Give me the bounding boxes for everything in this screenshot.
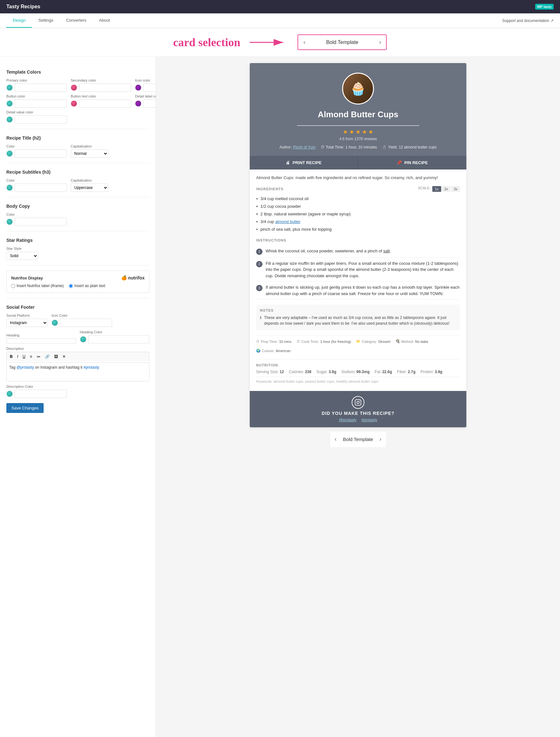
button-text-color-field[interactable] <box>79 99 131 108</box>
cuisine-meta: 🌍 Cuisine: American <box>256 349 291 353</box>
icon-color-picker[interactable] <box>135 84 141 91</box>
description-color-field[interactable] <box>15 390 67 398</box>
bottom-prev-button[interactable]: ‹ <box>335 436 337 443</box>
nutrifox-plaintext-option[interactable]: Insert as plain text <box>69 284 105 288</box>
recipe-card: Almond Butter Cups ★ ★ ★ ★ ★ 4.6 from 13… <box>250 63 466 427</box>
recipe-subtitle-cap-select[interactable]: Uppercase Normal Lowercase <box>71 184 108 192</box>
rte-clear-btn[interactable]: ✕ <box>61 353 68 360</box>
detail-value-color-picker[interactable] <box>6 116 13 123</box>
recipe-title-color-group: Color <box>6 144 67 158</box>
app-title: Tasty Recipes <box>6 4 40 10</box>
star-3: ★ <box>355 128 361 135</box>
recipe-subtitle-color-picker[interactable] <box>6 184 13 191</box>
social-tag-link[interactable]: @protasty <box>339 418 356 422</box>
recipe-title-section: Recipe Title (h2) <box>6 135 149 141</box>
social-platform-select[interactable]: Instagram Facebook Twitter Pinterest <box>6 319 48 327</box>
cuisine-icon: 🌍 <box>256 349 261 353</box>
instagram-hashtag-link[interactable]: #protasty <box>83 365 99 370</box>
save-changes-button[interactable]: Save Changes <box>6 403 44 413</box>
secondary-color-field[interactable] <box>79 83 131 92</box>
rte-link-btn[interactable]: 🔗 <box>43 353 52 360</box>
nutrifox-title: Nutrifox Display <box>11 276 43 280</box>
list-item: 1/2 cup cocoa powder <box>256 203 460 210</box>
nutrifox-iframe-option[interactable]: Insert Nutrifox label (iframe) <box>11 284 64 288</box>
support-link[interactable]: Support and documentation ↗ <box>502 18 554 23</box>
description-color-label: Description Color <box>6 385 57 388</box>
social-icon-color-field[interactable] <box>60 319 112 327</box>
nutrifox-logo: 🍊 nutrifox <box>121 275 145 280</box>
rte-ul-btn[interactable]: ≔ <box>35 353 42 360</box>
tab-about[interactable]: About <box>93 13 116 28</box>
description-color-picker[interactable] <box>6 391 13 397</box>
detail-label-color-picker[interactable] <box>135 100 141 107</box>
instructions-list: 1 Whisk the coconut oil, cocoa powder, s… <box>256 245 460 300</box>
instagram-tag-link[interactable]: @protasty <box>17 365 34 370</box>
social-heading-color-field[interactable] <box>88 335 150 343</box>
scale-3x-btn[interactable]: 3x <box>451 186 460 192</box>
print-recipe-button[interactable]: 🖨 PRINT RECIPE <box>250 156 358 170</box>
nutrifox-iframe-radio[interactable] <box>11 284 15 288</box>
action-buttons: 🖨 PRINT RECIPE 📌 PIN RECIPE <box>250 156 466 170</box>
social-description-field[interactable]: Tag @protasty on Instagram and hashtag i… <box>6 362 149 381</box>
rte-underline-btn[interactable]: U <box>21 353 27 360</box>
list-item: 2 Fill a regular size muffin tin with pa… <box>256 258 460 282</box>
nutrition-section: NUTRITION Serving Size: 12 Calories: 238… <box>256 359 460 374</box>
ingredients-list: 3/4 cup melted coconut oil 1/2 cup cocoa… <box>256 195 460 233</box>
author-link[interactable]: Pinch of Yum <box>293 145 316 149</box>
recipe-subtitle-color-group: Color <box>6 178 67 192</box>
recipe-description: Almond Butter Cups: made with five ingre… <box>256 175 460 181</box>
social-heading-display: DID YOU MAKE THIS RECIPE? <box>322 411 395 416</box>
star-style-select[interactable]: Solid Outline <box>6 252 38 260</box>
scale-1x-btn[interactable]: 1x <box>432 186 441 192</box>
button-text-color-label: Button text color <box>71 94 131 98</box>
main-container: Template Colors Primary color Secondary … <box>0 57 560 737</box>
recipe-meta: Author: Pinch of Yum ⏱ Total Time: 1 hou… <box>279 145 436 149</box>
ingredients-label: INGREDIENTS <box>256 187 284 191</box>
social-heading-field[interactable]: Did you make this recipe? <box>6 338 76 343</box>
detail-label-color-field[interactable] <box>143 99 156 108</box>
rte-italic-btn[interactable]: I <box>15 353 20 360</box>
card-selection-label: card selection <box>173 36 241 49</box>
rte-ol-btn[interactable]: ≡ <box>28 353 34 360</box>
social-icon-color-picker[interactable] <box>52 320 58 326</box>
bottom-next-button[interactable]: › <box>379 436 381 443</box>
recipe-title-cap-select[interactable]: Normal Uppercase Lowercase <box>71 149 108 158</box>
tab-design[interactable]: Design <box>6 13 32 28</box>
secondary-color-picker[interactable] <box>71 84 77 91</box>
star-style-label: Star Style <box>6 247 38 250</box>
button-color-picker[interactable] <box>6 100 13 107</box>
rte-img-btn[interactable]: 🖼 <box>52 353 60 360</box>
review-count: 4.6 from 1376 reviews <box>339 137 377 141</box>
body-copy-color-picker[interactable] <box>6 219 13 225</box>
recipe-subtitle-color-field[interactable] <box>15 184 67 192</box>
scale-2x-btn[interactable]: 2x <box>442 186 451 192</box>
social-links: @protasty #protasty <box>339 418 377 422</box>
pin-recipe-button[interactable]: 📌 PIN RECIPE <box>358 156 466 170</box>
almond-butter-link[interactable]: almond butter <box>275 219 301 224</box>
card-social-footer: DID YOU MAKE THIS RECIPE? @protasty #pro… <box>250 391 466 427</box>
tab-converters[interactable]: Converters <box>60 13 93 28</box>
body-copy-color-field[interactable] <box>15 218 67 226</box>
social-platform-row: Social Platform Instagram Facebook Twitt… <box>6 314 149 327</box>
recipe-title-color-picker[interactable] <box>6 150 13 157</box>
tab-settings[interactable]: Settings <box>32 13 60 28</box>
cook-icon: ⏱ <box>297 340 300 343</box>
template-prev-button[interactable]: ‹ <box>298 35 310 49</box>
primary-color-field[interactable] <box>15 83 67 92</box>
nutrifox-plaintext-radio[interactable] <box>69 284 73 288</box>
wp-badge: WP tasty <box>535 4 554 10</box>
rte-bold-btn[interactable]: B <box>8 353 15 360</box>
calories: Calories: 238 <box>289 370 311 374</box>
social-hashtag-link[interactable]: #protasty <box>362 418 377 422</box>
recipe-title-color-field[interactable] <box>15 149 67 158</box>
button-color-field[interactable] <box>15 99 67 108</box>
button-text-color-picker[interactable] <box>71 100 77 107</box>
primary-color-picker[interactable] <box>6 84 13 91</box>
detail-value-color-field[interactable] <box>15 115 67 124</box>
template-next-button[interactable]: › <box>374 35 386 49</box>
instruction-num-1: 1 <box>256 249 262 255</box>
icon-color-field[interactable] <box>143 83 156 92</box>
social-platform-label: Social Platform <box>6 314 48 317</box>
social-heading-color-picker[interactable] <box>80 336 86 343</box>
template-selector: ‹ Bold Template › <box>298 34 387 50</box>
